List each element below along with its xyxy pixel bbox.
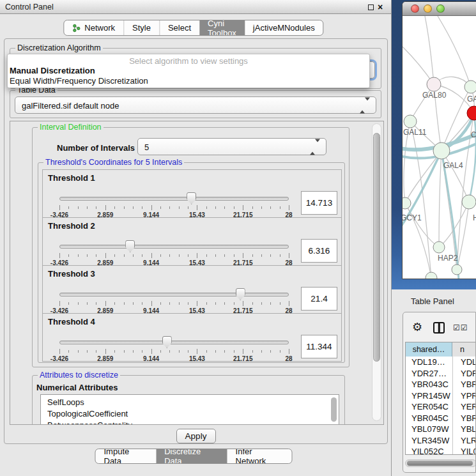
tab-discretize-data[interactable]: Discretize Data — [156, 449, 227, 463]
tick-mark — [197, 349, 197, 354]
tick-mark — [280, 206, 280, 209]
node-bottom-left[interactable] — [426, 272, 437, 279]
cell[interactable]: YBR0 — [452, 379, 476, 390]
node-gal4[interactable] — [433, 142, 450, 159]
tick-mark — [151, 205, 152, 210]
cell[interactable]: YER054C — [406, 401, 452, 413]
float-window-icon[interactable] — [368, 4, 374, 10]
close-traffic-light[interactable] — [411, 4, 419, 13]
threshold-1-value-field[interactable]: 14.713 — [301, 191, 337, 215]
slider-track[interactable] — [59, 341, 289, 344]
tab-style[interactable]: Style — [123, 20, 159, 35]
cell[interactable]: YDL1 — [452, 357, 476, 368]
network-nodes[interactable] — [403, 77, 476, 279]
cell[interactable]: YIL0 — [452, 446, 476, 455]
table-row[interactable]: YBL079WYBL0 — [406, 424, 476, 435]
node-gal80[interactable] — [427, 77, 441, 91]
cell[interactable]: YER0 — [452, 401, 476, 413]
popup-option-manual-discretization[interactable]: Manual Discretization — [8, 66, 369, 76]
table-row[interactable]: YDL19…YDL1 — [406, 357, 476, 368]
list-item[interactable]: SelfLoops — [41, 395, 339, 408]
threshold-coordinates-group: Threshold's Coordinates for 5 Intervals … — [38, 162, 345, 363]
cell[interactable]: YPR145W — [406, 390, 452, 402]
scrollbar-thumb[interactable] — [407, 461, 473, 466]
tab-infer-network[interactable]: Infer Network — [227, 449, 292, 463]
column-header-shared-name[interactable]: shared… — [406, 342, 452, 357]
tick-mark — [206, 254, 207, 257]
list-scrollbar[interactable] — [331, 397, 337, 422]
cell[interactable]: YDR2 — [452, 368, 476, 380]
node-right-mid[interactable] — [462, 195, 476, 209]
list-item[interactable]: TopologicalCoefficient — [41, 408, 339, 420]
node-label: GA — [467, 95, 476, 104]
threshold-4-slider[interactable]: -3.4262.8599.14415.4321.71528 — [59, 335, 289, 361]
num-intervals-combobox[interactable]: 5 — [137, 138, 326, 155]
slider-track[interactable] — [59, 197, 289, 201]
cell[interactable]: YBR045C — [406, 413, 452, 424]
list-item[interactable]: BetweennessCentrality — [41, 420, 339, 425]
cell[interactable]: YPR1 — [452, 390, 476, 402]
horizontal-scrollbar[interactable] — [405, 459, 476, 467]
split-view-icon[interactable] — [433, 322, 445, 334]
minimize-traffic-light[interactable] — [424, 4, 432, 13]
tab-network[interactable]: Network — [64, 20, 123, 35]
table-row[interactable]: YBR045CYBR0 — [406, 413, 476, 424]
node-gal11[interactable] — [404, 115, 417, 128]
slider-thumb[interactable] — [236, 288, 245, 300]
tick-mark — [68, 350, 69, 353]
node-gcy1[interactable] — [403, 197, 411, 209]
node-hap2[interactable] — [433, 242, 445, 253]
cell[interactable]: YIL052C — [406, 446, 452, 455]
column-header-name[interactable]: n — [452, 342, 476, 357]
node-selected-red[interactable] — [467, 106, 476, 120]
table-data-combobox[interactable]: galFiltered.sif default node — [15, 96, 376, 114]
zoom-traffic-light[interactable] — [436, 4, 445, 13]
table-row[interactable]: YDR27…YDR2 — [406, 368, 476, 380]
threshold-4-value-field[interactable]: 11.344 — [301, 335, 337, 358]
vertical-scrollbar[interactable] — [372, 123, 381, 421]
table-panel: Table Panel ⚙ ☑☑ shared… n YDL19…YDL1 YD… — [392, 289, 476, 476]
threshold-2-value-field[interactable]: 6.316 — [301, 239, 337, 263]
table-row[interactable]: YBR043CYBR0 — [406, 379, 476, 390]
table-row[interactable]: YER054CYER0 — [406, 401, 476, 413]
cell[interactable]: YDR27… — [406, 368, 452, 380]
tick-mark — [160, 206, 161, 209]
slider-track[interactable] — [59, 293, 289, 296]
cell[interactable]: YBL079W — [406, 424, 452, 435]
tick-mark — [124, 350, 125, 353]
threshold-3-value-field[interactable]: 21.4 — [301, 287, 337, 311]
cell[interactable]: YDL19… — [406, 357, 452, 368]
network-graph[interactable]: GAL80 GA C GAL11 GAL4 GCY1 H HAP2 — [403, 16, 476, 279]
select-columns-icon[interactable]: ☑☑ — [453, 323, 468, 332]
tick-mark — [169, 206, 170, 209]
cell[interactable]: YLR345W — [406, 435, 452, 447]
apply-button[interactable]: Apply — [176, 429, 216, 443]
slider-thumb[interactable] — [162, 336, 172, 348]
tab-impute-data[interactable]: Impute Data — [96, 449, 157, 463]
node-top-right[interactable] — [464, 81, 476, 93]
cell[interactable]: YBR0 — [452, 413, 476, 424]
close-icon[interactable]: × — [378, 1, 383, 13]
tab-select[interactable]: Select — [159, 20, 199, 35]
scrollbar-thumb[interactable] — [373, 133, 380, 362]
table-row[interactable]: YIL052CYIL0 — [406, 446, 476, 455]
tab-cyni-toolbox[interactable]: Cyni Toolbox — [199, 20, 245, 35]
table-row[interactable]: YPR145WYPR1 — [406, 390, 476, 402]
tick-mark — [234, 350, 234, 353]
threshold-1-slider[interactable]: -3.4262.8599.14415.4321.71528 — [59, 192, 289, 217]
slider-thumb[interactable] — [187, 192, 196, 204]
popup-option-equal-width-frequency[interactable]: Equal Width/Frequency Discretization — [8, 76, 369, 86]
cell[interactable]: YLR3 — [452, 435, 476, 447]
tick-mark — [261, 302, 262, 305]
cell[interactable]: YBL0 — [452, 424, 476, 435]
network-canvas[interactable]: GAL80 GA C GAL11 GAL4 GCY1 H HAP2 — [403, 16, 476, 279]
slider-thumb[interactable] — [125, 240, 135, 252]
gear-icon[interactable]: ⚙ — [412, 320, 422, 334]
cell[interactable]: YBR043C — [406, 379, 452, 390]
threshold-2-slider[interactable]: -3.4262.8599.14415.4321.71528 — [59, 240, 289, 265]
tab-jactivemnodules[interactable]: jActiveMNodules — [245, 20, 323, 35]
slider-track[interactable] — [59, 245, 289, 249]
table-row[interactable]: YLR345WYLR3 — [406, 435, 476, 447]
node-bottom[interactable] — [452, 265, 462, 275]
threshold-3-slider[interactable]: -3.4262.8599.14415.4321.71528 — [59, 288, 289, 313]
